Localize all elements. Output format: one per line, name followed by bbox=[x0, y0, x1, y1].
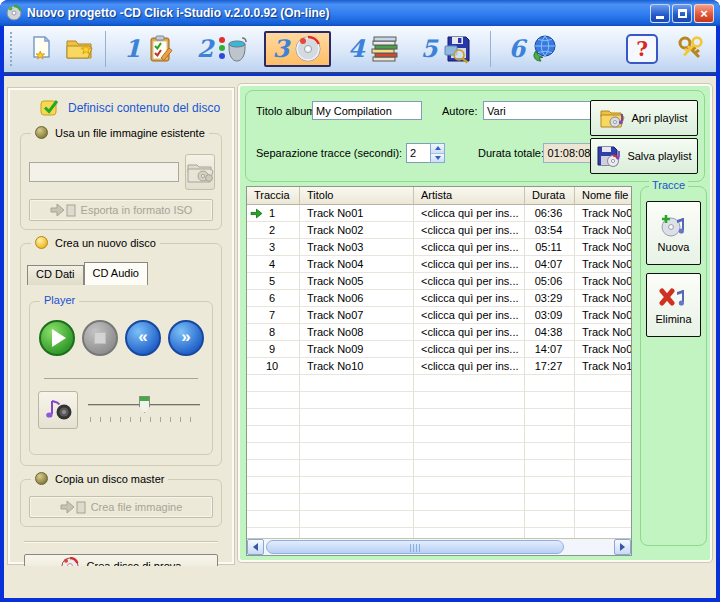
step-6-number: 6 bbox=[509, 37, 526, 61]
spinner-up-button[interactable] bbox=[431, 144, 444, 154]
stop-icon bbox=[94, 332, 106, 344]
column-header-nome-file[interactable]: Nome file bbox=[575, 187, 631, 205]
new-project-button[interactable] bbox=[22, 32, 60, 66]
tab-cd-audio[interactable]: CD Audio bbox=[84, 262, 148, 285]
table-empty-row bbox=[247, 511, 631, 528]
open-playlist-button[interactable]: Apri playlist bbox=[590, 100, 698, 136]
horizontal-scrollbar[interactable] bbox=[247, 538, 631, 555]
disc-type-tabs: CD Dati CD Audio bbox=[27, 262, 213, 285]
scroll-left-button[interactable] bbox=[247, 539, 264, 555]
checklist-icon bbox=[145, 34, 175, 64]
minimize-button[interactable] bbox=[650, 4, 670, 23]
paint-bucket-icon bbox=[217, 34, 247, 64]
create-image-label: Crea file immagine bbox=[91, 501, 183, 513]
left-arrow-icon bbox=[253, 543, 258, 551]
toolbar-separator bbox=[105, 31, 106, 67]
toolbar-grip[interactable] bbox=[10, 32, 14, 66]
sidebar-header-label: Definisci contenuto del disco bbox=[68, 101, 220, 115]
previous-track-button[interactable]: « bbox=[125, 320, 161, 356]
scroll-right-button[interactable] bbox=[614, 539, 631, 555]
open-playlist-label: Apri playlist bbox=[631, 112, 687, 124]
table-row[interactable]: 1Track No01<clicca quì per ins...06:36Tr… bbox=[247, 205, 631, 222]
green-check-icon bbox=[40, 98, 60, 118]
step-6-web[interactable]: 6 bbox=[504, 32, 565, 66]
author-input[interactable] bbox=[483, 101, 595, 120]
total-duration-label: Durata totale: bbox=[478, 147, 544, 159]
table-row[interactable]: 4Track No04<clicca quì per ins...04:07Tr… bbox=[247, 256, 631, 273]
sidebar-header: Definisci contenuto del disco bbox=[16, 96, 226, 120]
use-image-radio[interactable] bbox=[35, 126, 48, 139]
open-project-button[interactable] bbox=[60, 32, 98, 66]
save-playlist-label: Salva playlist bbox=[627, 150, 691, 162]
table-row[interactable]: 9Track No09<clicca quì per ins...14:07Tr… bbox=[247, 341, 631, 358]
license-button[interactable] bbox=[672, 32, 710, 66]
scrollbar-thumb[interactable] bbox=[266, 540, 564, 554]
delete-track-button[interactable]: Elimina bbox=[646, 273, 701, 337]
browse-image-button[interactable] bbox=[185, 154, 215, 190]
step-2-cover[interactable]: 2 bbox=[192, 32, 253, 66]
album-fields-group: Titolo album Autore: Separazione tracce … bbox=[245, 90, 705, 182]
tab-cd-dati[interactable]: CD Dati bbox=[27, 265, 84, 285]
column-header-durata[interactable]: Durata bbox=[525, 187, 575, 205]
next-track-button[interactable]: » bbox=[168, 320, 204, 356]
tracks-group-label: Tracce bbox=[649, 179, 688, 191]
column-header-artista[interactable]: Artista bbox=[414, 187, 525, 205]
table-row[interactable]: 10Track No10<clicca quì per ins...17:27T… bbox=[247, 358, 631, 375]
table-row[interactable]: 5Track No05<clicca quì per ins...05:06Tr… bbox=[247, 273, 631, 290]
export-iso-button[interactable]: Esporta in formato ISO bbox=[29, 199, 213, 221]
table-row[interactable]: 6Track No06<clicca quì per ins...03:29Tr… bbox=[247, 290, 631, 307]
export-iso-label: Esporta in formato ISO bbox=[81, 204, 193, 216]
window-title: Nuovo progetto -CD Click i-Studio v.2.0.… bbox=[27, 6, 650, 20]
column-header-titolo[interactable]: Titolo bbox=[300, 187, 414, 205]
volume-slider-thumb[interactable] bbox=[139, 396, 150, 413]
save-search-icon bbox=[442, 34, 472, 64]
copy-master-group: Copia un disco master Crea file immagine bbox=[20, 479, 222, 527]
volume-slider[interactable] bbox=[88, 395, 204, 425]
mute-button[interactable] bbox=[38, 391, 78, 429]
play-button[interactable] bbox=[39, 320, 75, 356]
new-document-icon bbox=[26, 34, 56, 64]
column-header-traccia[interactable]: Traccia bbox=[247, 187, 300, 205]
album-title-label: Titolo album bbox=[256, 105, 316, 117]
maximize-button[interactable] bbox=[672, 4, 692, 23]
table-row[interactable]: 2Track No02<clicca quì per ins...03:54Tr… bbox=[247, 222, 631, 239]
title-bar: Nuovo progetto -CD Click i-Studio v.2.0.… bbox=[0, 0, 720, 26]
music-speaker-icon bbox=[43, 397, 73, 423]
toolbar-separator bbox=[490, 31, 491, 67]
copy-master-radio[interactable] bbox=[35, 472, 48, 485]
audio-cd-panel: Titolo album Autore: Separazione tracce … bbox=[238, 84, 712, 562]
export-arrow-icon bbox=[50, 203, 76, 217]
minimize-icon bbox=[656, 16, 664, 19]
table-row[interactable]: 7Track No07<clicca quì per ins...03:09Tr… bbox=[247, 307, 631, 324]
spinner-down-button[interactable] bbox=[431, 154, 444, 163]
create-image-file-button[interactable]: Crea file immagine bbox=[29, 496, 213, 518]
scrollbar-grip bbox=[410, 544, 420, 552]
player-label: Player bbox=[40, 294, 79, 306]
new-disc-radio[interactable] bbox=[35, 236, 48, 249]
step-3-burn-active[interactable]: 3 bbox=[264, 31, 331, 67]
app-icon bbox=[6, 5, 22, 21]
album-title-input[interactable] bbox=[312, 101, 422, 120]
copy-master-label: Copia un disco master bbox=[55, 473, 164, 485]
new-track-button[interactable]: Nuova bbox=[646, 201, 701, 265]
playback-progress[interactable] bbox=[44, 378, 198, 379]
table-empty-row bbox=[247, 443, 631, 460]
step-5-save[interactable]: 5 bbox=[416, 32, 477, 66]
help-button[interactable]: ? bbox=[626, 34, 658, 64]
spinner-buttons bbox=[430, 143, 445, 163]
new-track-icon bbox=[659, 213, 689, 239]
close-button[interactable]: × bbox=[694, 4, 714, 23]
help-label: ? bbox=[636, 37, 648, 61]
image-file-path-input[interactable] bbox=[29, 162, 179, 182]
stop-button[interactable] bbox=[82, 320, 118, 356]
table-row[interactable]: 3Track No03<clicca quì per ins...05:11Tr… bbox=[247, 239, 631, 256]
step-2-number: 2 bbox=[197, 37, 214, 61]
step-1-content[interactable]: 1 bbox=[119, 32, 180, 66]
play-icon bbox=[52, 329, 66, 347]
save-playlist-button[interactable]: Salva playlist bbox=[590, 138, 698, 174]
track-gap-input[interactable] bbox=[406, 143, 430, 163]
up-arrow-icon bbox=[435, 146, 441, 150]
step-4-covers[interactable]: 4 bbox=[343, 32, 404, 66]
table-row[interactable]: 8Track No08<clicca quì per ins...04:38Tr… bbox=[247, 324, 631, 341]
right-arrow-icon bbox=[620, 543, 625, 551]
